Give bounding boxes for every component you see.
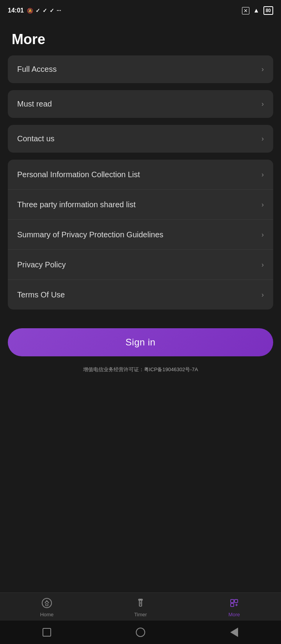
summary-privacy-chevron: › <box>261 231 264 239</box>
nav-timer[interactable]: Timer <box>94 598 187 617</box>
contact-us-label: Contact us <box>17 134 55 143</box>
privacy-policy-item[interactable]: Privacy Policy › <box>8 250 273 280</box>
contact-us-item[interactable]: Contact us › <box>8 125 273 153</box>
personal-info-chevron: › <box>261 171 264 179</box>
nav-home[interactable]: Home <box>0 598 94 617</box>
must-read-item[interactable]: Must read › <box>8 90 273 118</box>
nav-more[interactable]: More <box>187 598 281 617</box>
privacy-policy-label: Privacy Policy <box>17 259 261 270</box>
must-read-chevron: › <box>261 100 264 108</box>
must-read-label: Must read <box>17 100 52 109</box>
timer-label: Timer <box>134 612 147 617</box>
signin-container: Sign in <box>0 317 281 362</box>
home-icon <box>41 598 52 610</box>
check-icon-3: ✓ <box>50 7 54 14</box>
full-access-chevron: › <box>261 65 264 73</box>
svg-point-0 <box>42 598 52 608</box>
svg-rect-7 <box>231 603 234 607</box>
license-number: 粤ICP备19046302号-7A <box>144 366 198 372</box>
svg-rect-1 <box>46 604 48 606</box>
privacy-group-card: Personal Information Collection List › T… <box>8 160 273 310</box>
recents-triangle-icon <box>230 628 238 637</box>
system-nav-bar <box>0 621 281 644</box>
battery-icon: 80 <box>263 6 273 15</box>
three-party-label: Three party information shared list <box>17 199 261 210</box>
status-right: ✕ ▲ 80 <box>242 6 273 15</box>
system-home-button[interactable] <box>135 626 146 638</box>
status-icons: 🔕 ✓ ✓ ✓ ··· <box>27 7 61 14</box>
mute-icon: 🔕 <box>27 8 33 14</box>
svg-rect-6 <box>235 600 238 603</box>
contact-us-chevron: › <box>261 135 264 143</box>
full-access-card: Full Access › <box>8 55 273 83</box>
terms-of-use-chevron: › <box>261 291 264 299</box>
svg-rect-5 <box>231 600 234 603</box>
status-time: 14:01 <box>8 7 24 14</box>
license-label: 增值电信业务经营许可证： <box>83 366 144 372</box>
bottom-navigation: Home Timer More <box>0 592 281 621</box>
license-text: 增值电信业务经营许可证：粤ICP备19046302号-7A <box>0 362 281 379</box>
home-circle-icon <box>136 628 145 637</box>
summary-privacy-item[interactable]: Summary of Privacy Protection Guidelines… <box>8 220 273 250</box>
three-party-item[interactable]: Three party information shared list › <box>8 190 273 220</box>
personal-info-item[interactable]: Personal Information Collection List › <box>8 160 273 190</box>
content-area: Full Access › Must read › Contact us › P… <box>0 55 281 310</box>
terms-of-use-item[interactable]: Terms Of Use › <box>8 280 273 310</box>
page-title: More <box>0 20 281 55</box>
full-access-item[interactable]: Full Access › <box>8 55 273 83</box>
check-icon-2: ✓ <box>43 7 47 14</box>
timer-icon <box>135 598 146 610</box>
personal-info-label: Personal Information Collection List <box>17 169 261 180</box>
more-nav-label: More <box>228 612 240 617</box>
more-nav-icon <box>229 598 240 610</box>
home-label: Home <box>40 612 54 617</box>
back-square-icon <box>43 628 51 637</box>
status-bar: 14:01 🔕 ✓ ✓ ✓ ··· ✕ ▲ 80 <box>0 0 281 20</box>
system-recents-button[interactable] <box>228 626 240 638</box>
signin-button[interactable]: Sign in <box>8 328 273 356</box>
wifi-icon: ▲ <box>253 7 260 14</box>
check-icon-1: ✓ <box>36 7 40 14</box>
full-access-label: Full Access <box>17 65 57 74</box>
system-back-button[interactable] <box>41 626 53 638</box>
terms-of-use-label: Terms Of Use <box>17 289 261 300</box>
signal-icon: ✕ <box>242 7 249 14</box>
summary-privacy-label: Summary of Privacy Protection Guidelines <box>17 229 261 240</box>
must-read-card: Must read › <box>8 90 273 118</box>
privacy-policy-chevron: › <box>261 261 264 269</box>
more-icon: ··· <box>57 7 61 14</box>
three-party-chevron: › <box>261 201 264 209</box>
contact-us-card: Contact us › <box>8 125 273 153</box>
